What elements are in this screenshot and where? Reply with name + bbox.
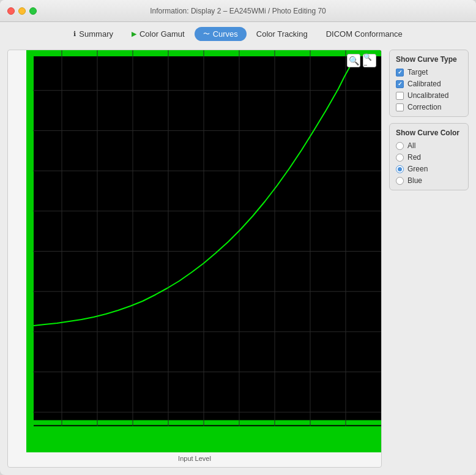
right-panel: Show Curve Type Target Calibrated Uncali… <box>389 50 469 468</box>
tab-color-gamut-label: Color Gamut <box>139 29 185 39</box>
curve-color-title: Show Curve Color <box>396 129 462 137</box>
tab-summary[interactable]: ℹ Summary <box>65 27 122 41</box>
checkbox-uncalibrated[interactable]: Uncalibrated <box>396 91 462 100</box>
checkbox-target-label: Target <box>407 68 428 77</box>
chart-panel: 🔍 🔍− Output Luminance (cd/m²) <box>7 50 382 468</box>
window-title: Information: Display 2 – EA245WMi / Phot… <box>150 7 325 15</box>
zoom-out-icon: 🔍− <box>363 53 376 69</box>
app-window: Information: Display 2 – EA245WMi / Phot… <box>0 0 476 475</box>
minimize-button[interactable] <box>18 7 26 15</box>
title-bar: Information: Display 2 – EA245WMi / Phot… <box>0 0 476 22</box>
tab-color-gamut[interactable]: ▶ Color Gamut <box>123 27 193 41</box>
svg-rect-22 <box>26 50 33 428</box>
checkbox-uncalibrated-label: Uncalibrated <box>407 91 448 100</box>
radio-red-label: Red <box>407 153 421 162</box>
radio-blue[interactable]: Blue <box>396 176 462 185</box>
zoom-in-icon: 🔍 <box>349 56 359 65</box>
tab-dicom[interactable]: DICOM Conformance <box>318 27 411 41</box>
radio-green-label: Green <box>407 165 428 173</box>
radio-blue-circle[interactable] <box>396 177 404 185</box>
checkbox-correction[interactable]: Correction <box>396 103 462 111</box>
tab-curves-label: Curves <box>213 29 238 39</box>
zoom-out-button[interactable]: 🔍− <box>363 54 376 67</box>
curves-icon: 〜 <box>203 29 210 39</box>
radio-red[interactable]: Red <box>396 153 462 162</box>
curve-color-section: Show Curve Color All Red Green Blue <box>389 123 469 190</box>
checkbox-target-box[interactable] <box>396 69 404 77</box>
checkbox-correction-label: Correction <box>407 103 441 111</box>
tab-curves[interactable]: 〜 Curves <box>195 27 247 41</box>
content-area: 🔍 🔍− Output Luminance (cd/m²) <box>0 45 476 475</box>
tab-color-tracking-label: Color Tracking <box>256 29 308 39</box>
close-button[interactable] <box>7 7 15 15</box>
x-axis-label: Input Level <box>178 455 211 462</box>
checkbox-correction-box[interactable] <box>396 103 404 111</box>
radio-red-circle[interactable] <box>396 154 404 162</box>
tab-dicom-label: DICOM Conformance <box>326 29 403 39</box>
checkbox-calibrated[interactable]: Calibrated <box>396 80 462 88</box>
tabs-bar: ℹ Summary ▶ Color Gamut 〜 Curves Color T… <box>0 22 476 45</box>
curve-type-title: Show Curve Type <box>396 55 462 64</box>
checkbox-calibrated-box[interactable] <box>396 80 404 88</box>
chart-toolbar: 🔍 🔍− <box>347 54 376 67</box>
radio-all-circle[interactable] <box>396 142 404 150</box>
radio-all[interactable]: All <box>396 141 462 150</box>
checkbox-target[interactable]: Target <box>396 68 462 77</box>
maximize-button[interactable] <box>29 7 37 15</box>
traffic-lights <box>7 7 37 15</box>
play-icon: ▶ <box>132 30 136 38</box>
chart-area: Output Luminance (cd/m²) <box>8 50 381 467</box>
checkbox-calibrated-label: Calibrated <box>407 80 441 88</box>
radio-blue-label: Blue <box>407 176 422 185</box>
chart-svg-wrapper <box>26 50 381 452</box>
zoom-in-button[interactable]: 🔍 <box>347 54 360 67</box>
tab-summary-label: Summary <box>79 29 113 39</box>
svg-rect-23 <box>33 426 381 452</box>
radio-all-label: All <box>407 141 415 150</box>
radio-green-circle[interactable] <box>396 165 404 173</box>
tab-color-tracking[interactable]: Color Tracking <box>248 27 316 41</box>
radio-green[interactable]: Green <box>396 165 462 173</box>
info-icon: ℹ <box>73 30 76 38</box>
checkbox-uncalibrated-box[interactable] <box>396 92 404 100</box>
curve-type-section: Show Curve Type Target Calibrated Uncali… <box>389 50 469 117</box>
